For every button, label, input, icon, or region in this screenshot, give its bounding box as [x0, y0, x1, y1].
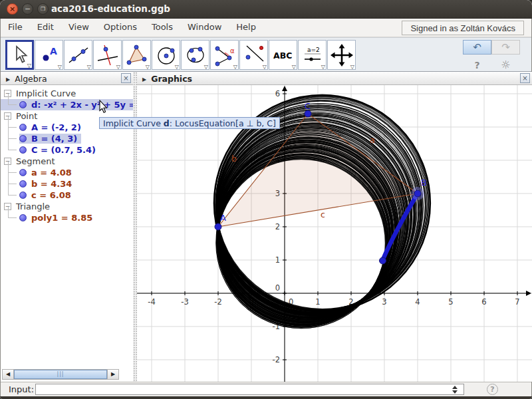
- menu-window[interactable]: Window: [180, 19, 229, 37]
- tool-dropdown-icon[interactable]: ▽: [233, 64, 237, 70]
- tool-dropdown-icon[interactable]: ▽: [263, 64, 267, 70]
- tool-angle-button[interactable]: α▽: [210, 40, 239, 70]
- tool-circle-button[interactable]: ▽: [152, 40, 180, 70]
- axis-tick-label: 1: [315, 297, 320, 307]
- axis-tick-label: 6: [481, 297, 486, 307]
- menu-bar: FileEditViewOptionsToolsWindowHelp Signe…: [1, 19, 531, 37]
- undo-button[interactable]: ↶: [463, 40, 491, 55]
- tool-line-button[interactable]: ▽: [64, 40, 92, 70]
- graphics-panel-title: Graphics: [151, 74, 192, 84]
- input-bar: Input: ?: [1, 382, 531, 396]
- algebra-item-b[interactable]: b = 4.34: [1, 178, 133, 190]
- algebra-item-text: c = 6.08: [31, 190, 71, 200]
- algebra-group-triangle: −Triangle: [1, 201, 133, 212]
- scroll-left-arrow-icon[interactable]: ◀: [3, 370, 14, 379]
- menu-tools[interactable]: Tools: [144, 19, 180, 37]
- input-help-icon[interactable]: ?: [487, 384, 498, 395]
- scrollbar-thumb[interactable]: |||: [14, 370, 107, 379]
- graphics-panel-header[interactable]: ▶Graphics ×: [137, 72, 532, 85]
- tool-buttons: ▽A▽▽▽▽▽▽α▽▽ABC▽a=2▽▽: [5, 40, 356, 70]
- algebra-item-c[interactable]: c = 6.08: [1, 190, 133, 201]
- visibility-marble-icon[interactable]: [19, 192, 27, 199]
- algebra-item-a[interactable]: a = 4.08: [1, 167, 133, 178]
- x-axis-arrow-icon: [526, 291, 531, 296]
- visibility-marble-icon[interactable]: [19, 124, 27, 131]
- algebra-item-poly1[interactable]: poly1 = 8.85: [1, 212, 133, 223]
- tool-dropdown-icon[interactable]: ▽: [116, 64, 120, 70]
- tool-dropdown-icon[interactable]: ▽: [146, 64, 150, 70]
- tool-dropdown-icon[interactable]: ▽: [175, 64, 179, 70]
- tool-move-button[interactable]: ▽: [5, 40, 34, 70]
- settings-gear-icon[interactable]: ☼: [491, 59, 520, 71]
- undo-redo-group: ↶↷ ?☼: [463, 40, 521, 71]
- window-close-button[interactable]: ×: [7, 3, 18, 15]
- graphics-close-icon[interactable]: ×: [520, 73, 530, 83]
- graphics-canvas[interactable]: -4-3-2-11234567-2-112345600cabABC: [137, 85, 532, 382]
- signed-in-button[interactable]: Signed in as Zoltán Kovács: [402, 21, 524, 35]
- visibility-marble-icon[interactable]: [19, 135, 27, 142]
- visibility-marble-icon[interactable]: [19, 180, 27, 188]
- tool-dropdown-icon[interactable]: ▽: [58, 64, 62, 70]
- window-maximize-button[interactable]: ❒: [37, 3, 49, 15]
- algebra-item-text: C = (0.7, 5.4): [31, 145, 96, 155]
- point-C[interactable]: [305, 110, 311, 117]
- panel-collapse-icon[interactable]: ▶: [142, 76, 146, 82]
- mouse-cursor: [98, 100, 108, 114]
- menu-edit[interactable]: Edit: [30, 19, 61, 37]
- segment-label-c: c: [321, 209, 325, 219]
- algebra-item-d[interactable]: d: -x² + 2x - y² + 5y = -2: [1, 99, 133, 110]
- svg-text:A: A: [50, 46, 57, 57]
- tool-dropdown-icon[interactable]: ▽: [321, 64, 325, 70]
- algebra-item-B[interactable]: B = (4, 3): [1, 133, 133, 144]
- tool-dropdown-icon[interactable]: ▽: [27, 63, 31, 68]
- point-A[interactable]: [215, 223, 221, 230]
- axis-tick-label: 2: [275, 222, 280, 231]
- tool-conic-button[interactable]: ▽: [181, 40, 209, 70]
- visibility-marble-icon[interactable]: [19, 146, 27, 154]
- tool-text-button[interactable]: ABC▽: [269, 40, 297, 70]
- geogebra-window: × − ❒ aca2016-education.ggb FileEditView…: [0, 0, 532, 399]
- visibility-marble-icon[interactable]: [19, 101, 27, 108]
- tool-dropdown-icon[interactable]: ▽: [204, 64, 208, 70]
- algebra-close-icon[interactable]: ×: [121, 73, 131, 83]
- tool-perpendicular-line-button[interactable]: ▽: [93, 40, 122, 70]
- algebra-item-text: b = 4.34: [31, 179, 72, 189]
- input-field[interactable]: [35, 384, 464, 395]
- algebra-item-text: d: -x² + 2x - y² + 5y = -2: [31, 100, 133, 110]
- tool-dropdown-icon[interactable]: ▽: [350, 64, 354, 70]
- svg-text:α: α: [230, 47, 235, 55]
- window-minimize-button[interactable]: −: [22, 3, 33, 15]
- svg-text:a=2: a=2: [307, 47, 320, 53]
- point-B[interactable]: [414, 190, 421, 197]
- menu-options[interactable]: Options: [96, 19, 144, 37]
- axis-tick-label: -2: [273, 355, 280, 364]
- tool-dropdown-icon[interactable]: ▽: [292, 64, 296, 70]
- visibility-marble-icon[interactable]: [19, 214, 27, 221]
- algebra-item-C[interactable]: C = (0.7, 5.4): [1, 144, 133, 156]
- algebra-panel-header[interactable]: ▶Algebra ×: [1, 72, 133, 85]
- tool-polygon-button[interactable]: ▽: [122, 40, 151, 70]
- tool-dropdown-icon[interactable]: ▽: [87, 64, 91, 70]
- panel-collapse-icon[interactable]: ▶: [6, 76, 10, 82]
- axis-tick-label: -4: [148, 297, 155, 307]
- point-unlabeled[interactable]: [380, 257, 386, 264]
- menu-items: FileEditViewOptionsToolsWindowHelp: [1, 20, 263, 33]
- input-history-spinner-icon[interactable]: [452, 386, 458, 394]
- algebra-panel-title: Algebra: [15, 74, 47, 84]
- menu-file[interactable]: File: [1, 19, 30, 37]
- redo-button[interactable]: ↷: [491, 40, 520, 55]
- tool-slider-button[interactable]: a=2▽: [298, 40, 327, 70]
- axis-tick-label: 0: [275, 283, 280, 293]
- point-label-A: A: [220, 213, 226, 223]
- tool-point-button[interactable]: A▽: [35, 40, 63, 70]
- help-icon[interactable]: ?: [463, 60, 491, 70]
- menu-help[interactable]: Help: [229, 19, 263, 37]
- algebra-horizontal-scrollbar[interactable]: ◀ ||| ▶: [2, 369, 119, 380]
- tool-move-graphics-view-button[interactable]: ▽: [327, 40, 356, 70]
- menu-view[interactable]: View: [61, 19, 96, 37]
- algebra-item-text: a = 4.08: [31, 168, 72, 178]
- algebra-group-implicit-curve: −Implicit Curve: [1, 88, 133, 99]
- scroll-right-arrow-icon[interactable]: ▶: [107, 370, 118, 379]
- tool-reflect-button[interactable]: ▽: [239, 40, 268, 70]
- visibility-marble-icon[interactable]: [19, 169, 27, 176]
